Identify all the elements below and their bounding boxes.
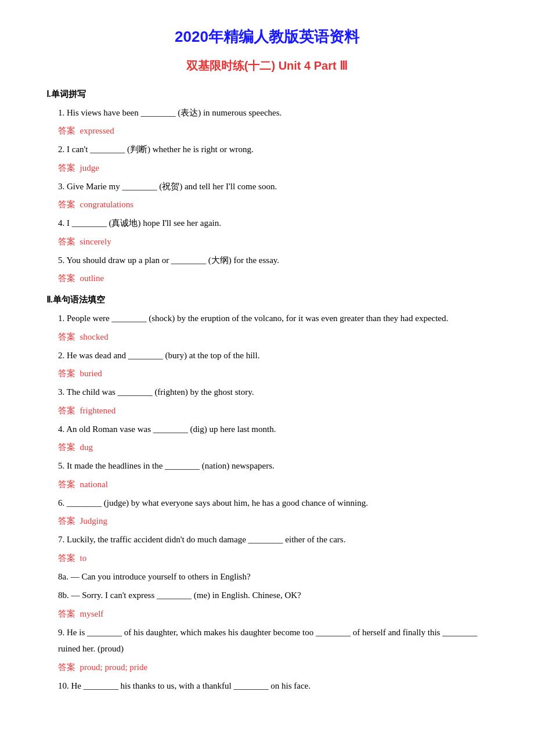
- s2-answer5-value: national: [80, 480, 108, 489]
- s2-q10-number: 10.: [58, 681, 69, 690]
- q2-number: 2.: [58, 145, 64, 154]
- s2-answer1-value: shocked: [80, 332, 109, 341]
- q3-number: 3.: [58, 182, 64, 191]
- answer4-label: 答案: [58, 237, 75, 246]
- s2-question-9: 9. He is ________ of his daughter, which…: [58, 624, 488, 657]
- answer2-value: judge: [80, 163, 99, 172]
- s2-q2-text: He was dead and ________ (bury) at the t…: [67, 351, 259, 360]
- s2-answer2-value: buried: [80, 369, 102, 378]
- q2-text: I can't ________ (判断) whether he is righ…: [67, 145, 254, 154]
- s2-q8b-text: — Sorry. I can't express ________ (me) i…: [71, 591, 301, 600]
- q5-number: 5.: [58, 255, 64, 265]
- s2-q8a-text: — Can you introduce yourself to others i…: [71, 572, 251, 581]
- question-2: 2. I can't ________ (判断) whether he is r…: [58, 141, 488, 158]
- s2-answer-8: 答案 myself: [58, 606, 488, 622]
- q3-text: Give Marie my ________ (祝贺) and tell her…: [67, 182, 277, 191]
- s2-question-7: 7. Luckily, the traffic accident didn't …: [58, 531, 488, 548]
- question-5: 5. You should draw up a plan or ________…: [58, 252, 488, 269]
- s2-question-2: 2. He was dead and ________ (bury) at th…: [58, 347, 488, 364]
- s2-answer3-value: frightened: [80, 406, 116, 415]
- s2-q6-text: ________ (judge) by what everyone says a…: [67, 498, 368, 507]
- main-title: 2020年精编人教版英语资料: [46, 23, 488, 51]
- s2-answer-2: 答案 buried: [58, 366, 488, 381]
- s2-question-3: 3. The child was ________ (frighten) by …: [58, 384, 488, 401]
- s2-answer9-value: proud; proud; pride: [80, 663, 148, 672]
- s2-answer7-label: 答案: [58, 553, 75, 563]
- question-1: 1. His views have been ________ (表达) in …: [58, 105, 488, 121]
- s2-q9-number: 9.: [58, 628, 64, 637]
- s2-answer-4: 答案 dug: [58, 440, 488, 455]
- s2-answer7-value: to: [80, 553, 87, 563]
- answer-5: 答案 outline: [58, 271, 488, 286]
- s2-q9-text: He is ________ of his daughter, which ma…: [58, 628, 477, 654]
- section2-title: Ⅱ.单句语法填空: [46, 292, 488, 308]
- s2-q8b-number: 8b.: [58, 591, 69, 600]
- answer-1: 答案 expressed: [58, 123, 488, 139]
- answer5-label: 答案: [58, 273, 75, 283]
- answer-2: 答案 judge: [58, 160, 488, 176]
- s2-q5-number: 5.: [58, 461, 64, 470]
- answer1-value: expressed: [80, 126, 114, 135]
- s2-answer2-label: 答案: [58, 369, 75, 378]
- s2-q1-number: 1.: [58, 314, 64, 323]
- q1-number: 1.: [58, 108, 64, 117]
- s2-q10-text: He ________ his thanks to us, with a tha…: [71, 681, 311, 690]
- s2-q7-text: Luckily, the traffic accident didn't do …: [67, 535, 345, 544]
- s2-q6-number: 6.: [58, 498, 64, 507]
- s2-question-4: 4. An old Roman vase was ________ (dig) …: [58, 421, 488, 438]
- q5-text: You should draw up a plan or ________ (大…: [66, 255, 279, 265]
- s2-q1-text: People were ________ (shock) by the erup…: [67, 314, 448, 323]
- s2-question-6: 6. ________ (judge) by what everyone say…: [58, 495, 488, 512]
- s2-q3-text: The child was ________ (frighten) by the…: [67, 387, 254, 397]
- s2-q3-number: 3.: [58, 387, 64, 397]
- question-3: 3. Give Marie my ________ (祝贺) and tell …: [58, 178, 488, 195]
- s2-q4-text: An old Roman vase was ________ (dig) up …: [66, 424, 276, 434]
- s2-question-5: 5. It made the headlines in the ________…: [58, 458, 488, 474]
- s2-answer-5: 答案 national: [58, 477, 488, 492]
- q1-text: His views have been ________ (表达) in num…: [67, 108, 282, 117]
- s2-question-1: 1. People were ________ (shock) by the e…: [58, 310, 488, 327]
- question-4: 4. I ________ (真诚地) hope I'll see her ag…: [58, 215, 488, 232]
- s2-question-8a: 8a. — Can you introduce yourself to othe…: [58, 568, 488, 585]
- section2: Ⅱ.单句语法填空 1. People were ________ (shock)…: [46, 292, 488, 694]
- answer1-label: 答案: [58, 126, 75, 135]
- answer-4: 答案 sincerely: [58, 234, 488, 250]
- sub-title: 双基限时练(十二) Unit 4 Part Ⅲ: [46, 55, 488, 76]
- s2-question-10: 10. He ________ his thanks to us, with a…: [58, 678, 488, 694]
- s2-answer8-value: myself: [80, 609, 104, 618]
- answer5-value: outline: [80, 273, 104, 283]
- s2-q8a-number: 8a.: [58, 572, 68, 581]
- s2-q7-number: 7.: [58, 535, 64, 544]
- s2-answer-1: 答案 shocked: [58, 329, 488, 345]
- s2-answer5-label: 答案: [58, 480, 75, 489]
- s2-q2-number: 2.: [58, 351, 64, 360]
- s2-answer1-label: 答案: [58, 332, 75, 341]
- s2-answer4-label: 答案: [58, 442, 75, 452]
- s2-answer6-value: Judging: [80, 516, 108, 525]
- section1-title: Ⅰ.单词拼写: [46, 87, 488, 102]
- s2-q4-number: 4.: [58, 424, 64, 434]
- s2-question-8b: 8b. — Sorry. I can't express ________ (m…: [58, 587, 488, 604]
- s2-answer-6: 答案 Judging: [58, 513, 488, 529]
- q4-number: 4.: [58, 218, 64, 228]
- answer2-label: 答案: [58, 163, 75, 172]
- q4-text: I ________ (真诚地) hope I'll see her again…: [67, 218, 221, 228]
- s2-answer-3: 答案 frightened: [58, 403, 488, 419]
- s2-q5-text: It made the headlines in the ________ (n…: [67, 461, 275, 470]
- answer-3: 答案 congratulations: [58, 197, 488, 213]
- answer3-label: 答案: [58, 200, 75, 209]
- s2-answer6-label: 答案: [58, 516, 75, 525]
- s2-answer-7: 答案 to: [58, 550, 488, 566]
- section1: Ⅰ.单词拼写 1. His views have been ________ (…: [46, 87, 488, 287]
- s2-answer9-label: 答案: [58, 663, 75, 672]
- answer4-value: sincerely: [80, 237, 111, 246]
- answer3-value: congratulations: [80, 200, 134, 209]
- s2-answer3-label: 答案: [58, 406, 75, 415]
- s2-answer8-label: 答案: [58, 609, 75, 618]
- s2-answer-9: 答案 proud; proud; pride: [58, 660, 488, 675]
- s2-answer4-value: dug: [80, 442, 93, 452]
